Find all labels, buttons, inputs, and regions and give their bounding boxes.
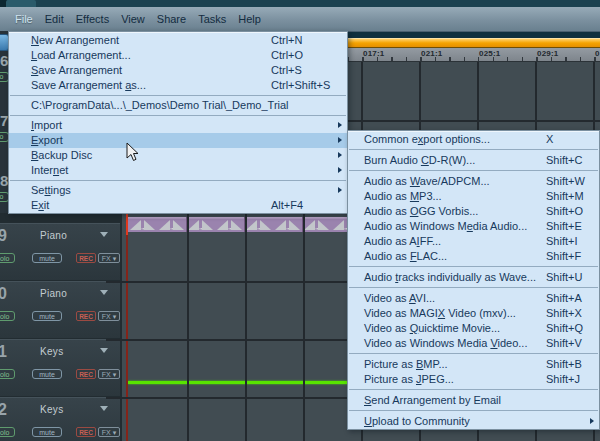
clipped-solo-button: solo (0, 192, 8, 202)
mute-button[interactable]: mute (32, 311, 62, 321)
menu-item-label: Picture as BMP... (364, 358, 448, 370)
left-edge-sliver: 6solo7solo8solo (0, 31, 8, 213)
menubar-item-edit[interactable]: Edit (39, 13, 70, 25)
track-header-keys-2[interactable]: 2KeyssolomuteRECFX ▾ (0, 397, 120, 441)
menu-item-shortcut: Shift+X (546, 306, 582, 321)
mouse-cursor-icon (126, 142, 140, 162)
fx-button[interactable]: FX ▾ (98, 311, 120, 321)
menu-item-label: Save Arrangement as... (31, 79, 146, 91)
menu-item-video-as-magix-video-mxv[interactable]: Video as MAGIX Video (mxv)...Shift+X (348, 306, 599, 321)
menu-item-exit[interactable]: ExitAlt+F4 (9, 198, 347, 213)
menu-item-upload-to-community[interactable]: Upload to Community (348, 414, 599, 429)
menu-item-picture-as-bmp[interactable]: Picture as BMP...Shift+B (348, 357, 599, 372)
file-menu-tab-notch (6, 0, 36, 7)
menu-item-audio-as-windows-media-audio[interactable]: Audio as Windows Media Audio...Shift+E (348, 219, 599, 234)
menubar-item-share[interactable]: Share (151, 13, 192, 25)
menu-item-burn-audio-cd-r-w[interactable]: Burn Audio CD-R(W)...Shift+C (348, 153, 599, 168)
submenu-arrow-icon (338, 122, 342, 128)
menu-item-settings[interactable]: Settings (9, 183, 347, 198)
export-submenu: Common export options...XBurn Audio CD-R… (347, 130, 600, 430)
menu-item-shortcut: Shift+O (546, 204, 583, 219)
chevron-down-icon[interactable] (100, 232, 108, 237)
record-button[interactable]: REC (76, 253, 96, 263)
track-name: Piano (40, 230, 67, 241)
menubar-item-view[interactable]: View (115, 13, 151, 25)
menu-item-shortcut: Shift+I (546, 234, 578, 249)
menu-item-video-as-avi[interactable]: Video as AVI...Shift+A (348, 291, 599, 306)
solo-button[interactable]: solo (0, 253, 15, 263)
menu-item-label: Exit (31, 199, 49, 211)
menu-item-label: Video as Quicktime Movie... (364, 322, 500, 334)
mute-button[interactable]: mute (32, 369, 62, 379)
menubar-item-file[interactable]: File (9, 13, 39, 25)
submenu-arrow-icon (338, 187, 342, 193)
file-menu: New ArrangementCtrl+NLoad Arrangement...… (8, 31, 348, 214)
menu-item-save-arrangement-as[interactable]: Save Arrangement as...Ctrl+Shift+S (9, 78, 347, 93)
chevron-down-icon[interactable] (100, 406, 108, 411)
ruler-label-partial: 0 (595, 49, 600, 58)
menu-item-shortcut: Shift+Q (546, 321, 583, 336)
menubar-item-help[interactable]: Help (232, 13, 267, 25)
menu-item-load-arrangement[interactable]: Load Arrangement...Ctrl+O (9, 48, 347, 63)
menu-item-picture-as-jpeg[interactable]: Picture as JPEG...Shift+J (348, 372, 599, 387)
track-header-keys-1[interactable]: 1KeyssolomuteRECFX ▾ (0, 339, 120, 396)
menu-item-audio-as-flac[interactable]: Audio as FLAC...Shift+F (348, 249, 599, 264)
menu-item-audio-as-wave-adpcm[interactable]: Audio as Wave/ADPCM...Shift+W (348, 174, 599, 189)
solo-button[interactable]: solo (0, 311, 15, 321)
menu-item-label: Picture as JPEG... (364, 373, 454, 385)
menu-item-audio-tracks-individually-as-wave[interactable]: Audio tracks individually as Wave...Shif… (348, 270, 599, 285)
solo-button[interactable]: solo (0, 369, 15, 379)
mute-button[interactable]: mute (32, 253, 62, 263)
menu-item-export[interactable]: Export (9, 133, 347, 148)
track-header-piano-9[interactable]: 9PianosolomuteRECFX ▾ (0, 223, 120, 280)
menu-item-common-export-options[interactable]: Common export options...X (348, 132, 599, 147)
record-button[interactable]: REC (76, 369, 96, 379)
menu-separator (349, 170, 598, 171)
menu-item-new-arrangement[interactable]: New ArrangementCtrl+N (9, 33, 347, 48)
menu-item-label: Export (31, 134, 63, 146)
fx-button[interactable]: FX ▾ (98, 253, 120, 263)
track-header-piano-0[interactable]: 0PianosolomuteRECFX ▾ (0, 281, 120, 338)
menu-item-c-programdata-demos-demo-trial-demo-trial[interactable]: C:\ProgramData\...\_Demos\Demo Trial\_De… (9, 98, 347, 113)
menu-item-send-arrangement-by-email[interactable]: Send Arrangement by Email (348, 393, 599, 408)
menu-item-audio-as-mp3[interactable]: Audio as MP3...Shift+M (348, 189, 599, 204)
menubar-item-effects[interactable]: Effects (70, 13, 115, 25)
menu-item-label: Audio as Windows Media Audio... (364, 220, 527, 232)
track-boundary-line (106, 281, 348, 283)
record-button[interactable]: REC (76, 427, 96, 437)
menu-item-import[interactable]: Import (9, 118, 347, 133)
menu-separator (349, 410, 598, 411)
record-button[interactable]: REC (76, 311, 96, 321)
menu-item-label: Audio as OGG Vorbis... (364, 205, 478, 217)
menu-item-internet[interactable]: Internet (9, 163, 347, 178)
loop-marker-line (128, 381, 348, 384)
track-number: 2 (0, 401, 7, 419)
fx-button[interactable]: FX ▾ (98, 427, 120, 437)
submenu-arrow-icon (338, 167, 342, 173)
solo-button[interactable]: solo (0, 427, 15, 437)
audio-clip-row[interactable] (128, 217, 348, 232)
menu-item-label: Settings (31, 184, 71, 196)
mute-button[interactable]: mute (32, 427, 62, 437)
menu-item-audio-as-ogg-vorbis[interactable]: Audio as OGG Vorbis...Shift+O (348, 204, 599, 219)
playhead-cursor[interactable] (126, 213, 128, 441)
menu-item-backup-disc[interactable]: Backup Disc (9, 148, 347, 163)
app-window: FileEditEffectsViewShareTasksHelp 017:10… (0, 0, 600, 441)
menu-item-save-arrangement[interactable]: Save ArrangementCtrl+S (9, 63, 347, 78)
menu-item-label: Import (31, 119, 62, 131)
menu-item-label: Send Arrangement by Email (364, 394, 501, 406)
menu-item-shortcut: Shift+V (546, 336, 582, 351)
menu-item-audio-as-aiff[interactable]: Audio as AIFF...Shift+I (348, 234, 599, 249)
track-name: Keys (40, 404, 63, 415)
menu-separator (10, 180, 346, 181)
chevron-down-icon[interactable] (100, 290, 108, 295)
menu-item-shortcut: Ctrl+Shift+S (271, 78, 330, 93)
chevron-down-icon[interactable] (100, 348, 108, 353)
menubar: FileEditEffectsViewShareTasksHelp (0, 7, 600, 32)
menu-item-label: Upload to Community (364, 415, 470, 427)
fx-button[interactable]: FX ▾ (98, 369, 120, 379)
menubar-item-tasks[interactable]: Tasks (192, 13, 232, 25)
menu-item-video-as-windows-media-video[interactable]: Video as Windows Media Video...Shift+V (348, 336, 599, 351)
menu-item-label: Audio as AIFF... (364, 235, 441, 247)
menu-item-video-as-quicktime-movie[interactable]: Video as Quicktime Movie...Shift+Q (348, 321, 599, 336)
